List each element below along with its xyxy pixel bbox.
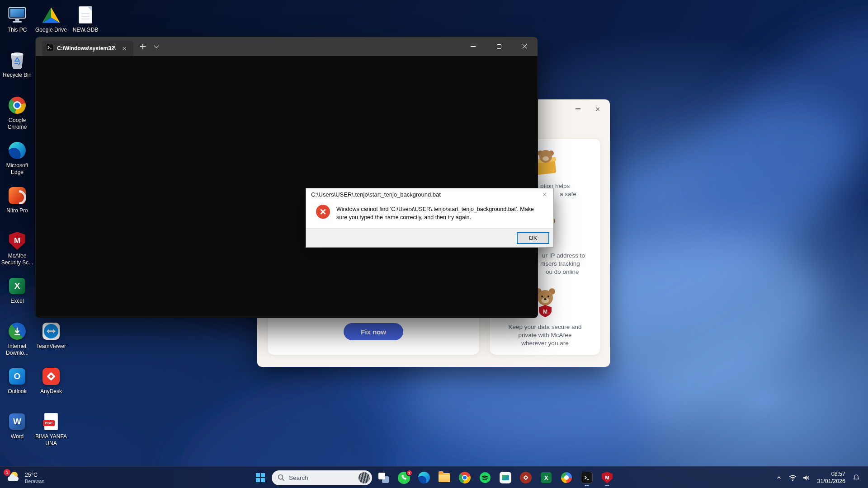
taskbar-edge[interactable] (415, 469, 433, 487)
taskbar-chrome[interactable] (456, 469, 474, 487)
desktop-icon-label: Internet Downlo... (0, 343, 34, 357)
task-view-icon (378, 473, 389, 483)
teamviewer-icon (34, 322, 68, 341)
desktop-icon-excel[interactable]: X Excel (0, 277, 34, 305)
dialog-close-icon[interactable] (537, 188, 552, 201)
desktop-icon-label: Google Chrome (0, 117, 34, 131)
file-icon (68, 5, 103, 24)
taskbar-terminal[interactable] (578, 469, 596, 487)
terminal-tab[interactable]: C:\Windows\system32\cmd.e... (42, 41, 133, 56)
desktop-icon-bima-pdf[interactable]: PDF BIMA YANFA UNA (34, 412, 68, 447)
system-tray: 08:57 31/01/2026 (773, 467, 868, 488)
taskbar-google-app[interactable] (557, 469, 576, 487)
nitro-pro-icon (0, 186, 34, 205)
clock[interactable]: 08:57 31/01/2026 (813, 470, 849, 485)
taskbar-mcafee[interactable]: M (598, 469, 616, 487)
desktop-icon-recycle-bin[interactable]: Recycle Bin (0, 51, 34, 79)
desktop-icon-label: NEW.GDB (68, 27, 103, 33)
weather-condition: Berawan (25, 479, 44, 484)
taskbar-whatsapp[interactable]: 1 (395, 469, 413, 487)
tray-time: 08:57 (817, 470, 845, 478)
weather-widget[interactable]: 1 25°C Berawan (2, 467, 49, 488)
dialog-titlebar: C:\Users\USER\.tenjo\start_tenjo_backgro… (306, 188, 553, 201)
tray-date: 31/01/2026 (817, 478, 845, 485)
taskbar: 1 25°C Berawan Search 1 (0, 466, 868, 488)
cmd-icon (46, 44, 53, 53)
desktop-icon-label: Recycle Bin (0, 72, 34, 79)
desktop-icon-microsoft-edge[interactable]: Microsoft Edge (0, 141, 34, 176)
windows-logo-icon (255, 472, 266, 483)
anydesk-icon (34, 367, 68, 386)
task-view-button[interactable] (374, 469, 392, 487)
chrome-icon (459, 472, 471, 483)
taskbar-spotify[interactable] (476, 469, 494, 487)
desktop-icon-label: Excel (0, 298, 34, 305)
desktop-icon-label: Microsoft Edge (0, 162, 34, 176)
error-icon (316, 205, 330, 219)
desktop-icon-label: AnyDesk (34, 388, 68, 395)
mcafee-close-button[interactable] (594, 105, 602, 113)
folder-icon (439, 473, 450, 482)
terminal-titlebar: C:\Windows\system32\cmd.e... (36, 37, 538, 56)
terminal-window: C:\Windows\system32\cmd.e... (35, 37, 538, 318)
close-button[interactable] (512, 37, 538, 56)
desktop-icon-label: Nitro Pro (0, 207, 34, 214)
notification-center-button[interactable] (850, 469, 863, 487)
idm-icon (0, 322, 34, 341)
tab-close-icon[interactable] (119, 43, 129, 53)
pdf-file-icon: PDF (34, 412, 68, 431)
fix-now-button[interactable]: Fix now (344, 323, 403, 340)
tab-dropdown-button[interactable] (150, 40, 163, 53)
volume-button[interactable] (800, 469, 812, 487)
search-icon (277, 474, 285, 482)
desktop-icon-new-gdb[interactable]: NEW.GDB (68, 5, 103, 33)
desktop-icon-google-drive[interactable]: Google Drive (34, 5, 68, 33)
desktop-icon-label: Google Drive (34, 27, 68, 33)
new-tab-button[interactable] (136, 40, 150, 53)
mcafee-minimize-button[interactable] (574, 105, 582, 113)
minimize-button[interactable] (460, 37, 486, 56)
outlook-icon: O (0, 367, 34, 386)
ok-button[interactable]: OK (517, 233, 549, 244)
desktop-icon-label: This PC (0, 27, 34, 33)
taskbar-pinned-app[interactable] (496, 469, 514, 487)
maximize-button[interactable] (486, 37, 512, 56)
desktop-icon-google-chrome[interactable]: Google Chrome (0, 96, 34, 131)
svg-text:M: M (543, 309, 547, 315)
mcafee-logo-letter: M (14, 236, 20, 245)
terminal-content[interactable] (36, 56, 538, 318)
edge-icon (0, 141, 34, 160)
search-placeholder: Search (289, 474, 355, 481)
excel-icon: X (0, 277, 34, 296)
speaker-icon (802, 474, 811, 482)
window-controls (460, 37, 538, 56)
bell-icon (852, 474, 860, 482)
taskbar-anydesk[interactable] (517, 469, 535, 487)
desktop-icon-outlook[interactable]: O Outlook (0, 367, 34, 395)
outlook-logo-letter: O (14, 371, 21, 381)
pinwheel-app-icon (561, 472, 572, 483)
chrome-icon (0, 96, 34, 115)
taskbar-center: Search 1 X M (251, 467, 616, 488)
whatsapp-badge: 1 (406, 469, 413, 476)
notification-badge: 1 (4, 469, 10, 476)
desktop-icon-teamviewer[interactable]: TeamViewer (34, 322, 68, 350)
tray-overflow-button[interactable] (773, 469, 785, 487)
weather-icon: 1 (6, 471, 21, 484)
desktop-icon-this-pc[interactable]: This PC (0, 5, 34, 33)
taskbar-file-explorer[interactable] (435, 469, 453, 487)
wifi-icon (788, 474, 797, 482)
desktop-icon-idm[interactable]: Internet Downlo... (0, 322, 34, 357)
desktop-icon-word[interactable]: W Word (0, 412, 34, 440)
desktop-icon-nitro-pro[interactable]: Nitro Pro (0, 186, 34, 214)
mcafee-shield-icon: M (602, 472, 613, 483)
wifi-button[interactable] (786, 469, 799, 487)
desktop-icon-mcafee[interactable]: M McAfee Security Sc... (0, 231, 34, 266)
spotify-icon (479, 472, 491, 483)
desktop-icon-label: McAfee Security Sc... (0, 253, 34, 266)
app-window-icon (500, 472, 511, 483)
start-button[interactable] (251, 469, 269, 487)
taskbar-excel[interactable]: X (537, 469, 555, 487)
search-box[interactable]: Search (272, 470, 372, 485)
desktop-icon-anydesk[interactable]: AnyDesk (34, 367, 68, 395)
